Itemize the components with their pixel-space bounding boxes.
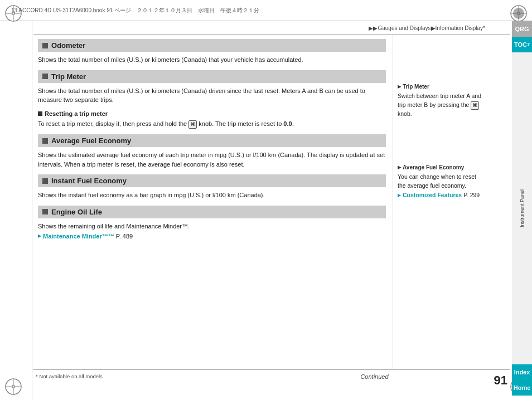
section-body-odometer: Shows the total number of miles (U.S.) o…	[38, 55, 386, 65]
tab-qrg[interactable]: QRG	[512, 21, 532, 37]
section-title-trip-meter: Trip Meter	[51, 72, 86, 81]
sidebar-title-trip-meter: Trip Meter	[398, 84, 485, 90]
section-header-trip-meter: Trip Meter	[38, 70, 386, 83]
section-icon-trip-meter	[42, 74, 48, 79]
section-body-avg-fuel: Shows the estimated average fuel economy…	[38, 150, 386, 169]
section-icon-avg-fuel	[42, 138, 48, 144]
customized-features-link-text[interactable]: Customized Features	[403, 191, 462, 200]
left-content: Odometer Shows the total number of miles…	[33, 35, 393, 369]
section-header-avg-fuel: Average Fuel Economy	[38, 134, 386, 147]
continued-label: Continued	[262, 373, 487, 380]
sidebar-title-avg-fuel: Average Fuel Economy	[398, 164, 485, 170]
footnote: * Not available on all models	[33, 373, 262, 379]
right-tabs: QRG TOC 7 Instrument Panel Index Home	[512, 21, 532, 400]
main-content: Odometer Shows the total number of miles…	[33, 35, 510, 369]
section-icon-instant-fuel	[42, 178, 48, 184]
section-title-avg-fuel: Average Fuel Economy	[51, 136, 131, 145]
section-title-odometer: Odometer	[51, 41, 85, 50]
subsection-body-resetting: To reset a trip meter, display it, then …	[38, 119, 386, 129]
sidebar-body-trip-meter: Switch between trip meter A and trip met…	[398, 92, 485, 119]
section-body-instant-fuel: Shows the instant fuel economy as a bar …	[38, 191, 386, 200]
tab-home[interactable]: Home	[512, 380, 532, 396]
tab-instrument-panel[interactable]: Instrument Panel	[512, 52, 532, 364]
maintenance-minder-link[interactable]: Maintenance Minder™™ P. 489	[38, 232, 133, 241]
breadcrumb-text: ▶▶Gauges and Displays▶Information Displa…	[369, 25, 485, 31]
section-icon-odometer	[42, 43, 48, 48]
section-icon-engine-oil	[42, 209, 48, 214]
bottom-bar: * Not available on all models Continued …	[33, 369, 510, 400]
sidebar-empty-top	[398, 39, 485, 84]
breadcrumb: ▶▶Gauges and Displays▶Information Displa…	[33, 22, 510, 35]
section-body-trip-meter: Shows the total number of miles (U.S.) o…	[38, 86, 386, 105]
section-header-engine-oil: Engine Oil Life	[38, 206, 386, 218]
left-margin	[0, 21, 32, 400]
section-header-instant-fuel: Instant Fuel Economy	[38, 174, 386, 187]
sidebar-knob-icon: ⌘	[471, 101, 479, 110]
section-header-odometer: Odometer	[38, 39, 386, 52]
sidebar-body-avg-fuel: You can change when to reset the average…	[398, 173, 485, 199]
subsection-header-resetting: Resetting a trip meter	[38, 110, 386, 117]
right-sidebar: Trip Meter Switch between trip meter A a…	[393, 35, 510, 369]
page-number: 91	[487, 373, 510, 388]
tab-toc[interactable]: TOC 7	[512, 37, 532, 52]
sidebar-section-trip-meter: Trip Meter Switch between trip meter A a…	[398, 84, 485, 119]
sidebar-section-avg-fuel: Average Fuel Economy You can change when…	[398, 164, 485, 199]
file-info: 13 ACCORD 4D US-31T2A6000.book 91 ページ ２０…	[11, 7, 259, 14]
knob-icon: ⌘	[188, 120, 197, 129]
maintenance-minder-link-text[interactable]: Maintenance Minder™™	[43, 232, 114, 241]
top-bar: 13 ACCORD 4D US-31T2A6000.book 91 ページ ２０…	[0, 0, 532, 21]
subsection-title-resetting: Resetting a trip meter	[45, 110, 108, 117]
customized-features-link[interactable]: Customized Features P. 299	[398, 191, 480, 200]
tab-index[interactable]: Index	[512, 364, 532, 380]
subsection-icon-resetting	[38, 111, 42, 116]
section-title-engine-oil: Engine Oil Life	[51, 208, 102, 216]
sidebar-spacer-mid	[398, 125, 485, 164]
section-body-engine-oil: Shows the remaining oil life and Mainten…	[38, 222, 386, 241]
section-title-instant-fuel: Instant Fuel Economy	[51, 177, 127, 185]
